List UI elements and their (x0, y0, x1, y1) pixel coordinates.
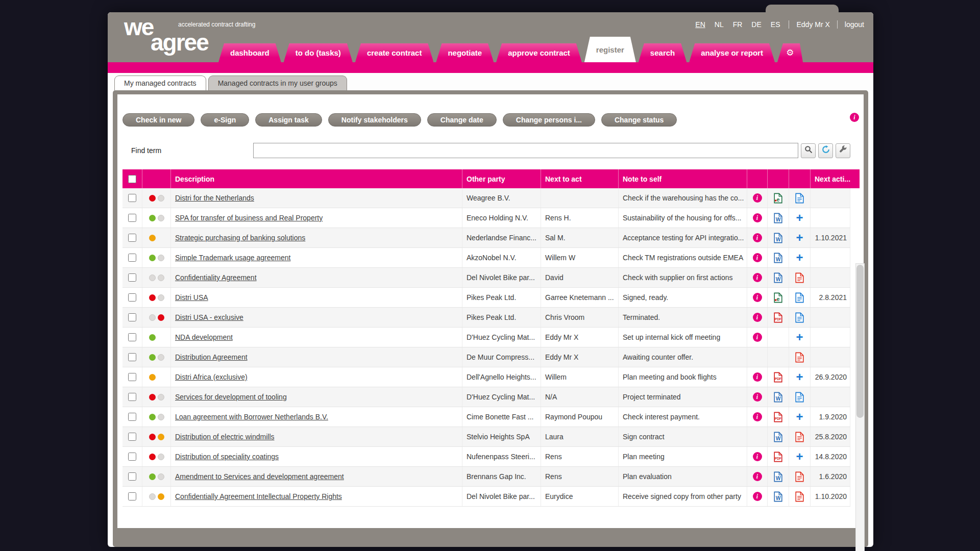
document-red-icon[interactable] (795, 272, 804, 283)
tab-analyse-or-report[interactable]: analyse or report (689, 43, 775, 62)
info-icon[interactable]: i (753, 372, 762, 382)
find-term-input[interactable] (253, 143, 798, 158)
document-red-icon[interactable] (795, 352, 804, 363)
add-document-icon[interactable]: + (796, 411, 803, 423)
document-blue-icon[interactable] (795, 292, 804, 303)
add-document-icon[interactable]: + (796, 232, 803, 244)
word-document-icon[interactable]: W (774, 471, 782, 482)
tab-settings-gear[interactable]: ⚙ (777, 43, 803, 62)
row-checkbox[interactable] (128, 472, 136, 481)
tab-dashboard[interactable]: dashboard (218, 43, 281, 62)
row-checkbox[interactable] (128, 214, 136, 222)
info-icon[interactable]: i (753, 492, 762, 501)
search-button[interactable] (801, 143, 816, 158)
word-document-icon[interactable]: W (774, 213, 782, 223)
tab-to-do-tasks[interactable]: to do (tasks) (284, 43, 353, 62)
add-document-icon[interactable]: + (796, 371, 803, 383)
row-checkbox[interactable] (128, 194, 136, 202)
select-all-checkbox[interactable] (128, 175, 136, 183)
word-document-icon[interactable]: W (774, 272, 782, 283)
document-blue-icon[interactable] (795, 193, 804, 204)
row-checkbox[interactable] (128, 353, 136, 361)
subtab-my-managed-contracts[interactable]: My managed contracts (114, 76, 206, 90)
contract-link[interactable]: Distri USA (175, 293, 208, 302)
next-to-act-column-header[interactable]: Next to act (541, 169, 619, 188)
settings-button[interactable] (836, 143, 850, 158)
language-link-es[interactable]: ES (766, 20, 785, 29)
assign-task-button[interactable]: Assign task (255, 113, 322, 127)
excel-document-icon[interactable]: e (774, 193, 782, 204)
info-icon[interactable]: i (753, 293, 762, 302)
row-checkbox[interactable] (128, 373, 136, 381)
contract-link[interactable]: Confidentiality Agreement (175, 273, 257, 282)
current-user[interactable]: Eddy Mr X (793, 20, 832, 29)
info-icon[interactable]: i (753, 233, 762, 242)
language-link-fr[interactable]: FR (728, 20, 747, 29)
contract-link[interactable]: SPA for transfer of business and Real Pr… (175, 214, 323, 222)
contract-link[interactable]: Distribution of speciality coatings (175, 453, 279, 461)
document-blue-icon[interactable] (795, 312, 804, 323)
pdf-document-icon[interactable]: PDF (774, 452, 782, 462)
add-document-icon[interactable]: + (796, 252, 803, 264)
info-icon[interactable]: i (753, 412, 762, 421)
contract-link[interactable]: NDA development (175, 333, 233, 341)
refresh-button[interactable] (818, 143, 833, 158)
document-red-icon[interactable] (795, 491, 804, 502)
info-icon[interactable]: i (753, 253, 762, 262)
info-icon[interactable]: i (753, 392, 762, 402)
add-document-icon[interactable]: + (796, 450, 803, 463)
info-icon[interactable]: i (753, 193, 762, 203)
row-checkbox[interactable] (128, 333, 136, 341)
tab-search[interactable]: search (639, 43, 687, 62)
add-document-icon[interactable]: + (796, 212, 803, 224)
contract-link[interactable]: Distri USA - exclusive (175, 313, 243, 321)
info-icon[interactable]: i (753, 333, 762, 342)
other-party-column-header[interactable]: Other party (462, 169, 541, 188)
word-document-icon[interactable]: W (774, 392, 782, 403)
contract-link[interactable]: Distribution Agreement (175, 353, 248, 361)
info-icon[interactable]: i (753, 213, 762, 222)
word-document-icon[interactable]: W (774, 233, 782, 243)
description-column-header[interactable]: Description (171, 169, 462, 188)
scrollbar-thumb[interactable] (856, 265, 864, 418)
contract-link[interactable]: Confidentially Agreement Intellectual Pr… (175, 492, 342, 500)
contract-link[interactable]: Amendment to Services and development ag… (175, 472, 344, 481)
notify-stakeholders-button[interactable]: Notify stakeholders (328, 113, 421, 127)
excel-document-icon[interactable]: e (774, 292, 782, 303)
word-document-icon[interactable]: W (774, 491, 782, 502)
word-document-icon[interactable]: W (774, 253, 782, 263)
contract-link[interactable]: Distri for the Netherlands (175, 194, 254, 202)
pdf-document-icon[interactable]: PDF (774, 372, 782, 383)
row-checkbox[interactable] (128, 393, 136, 401)
contract-link[interactable]: Services for development of tooling (175, 393, 287, 401)
row-checkbox[interactable] (128, 413, 136, 421)
contract-link[interactable]: Strategic purchasing of banking solution… (175, 234, 305, 242)
note-to-self-column-header[interactable]: Note to self (619, 169, 747, 188)
document-red-icon[interactable] (795, 432, 804, 442)
e-sign-button[interactable]: e-Sign (201, 113, 249, 127)
contract-link[interactable]: Loan agreement with Borrower Netherlands… (175, 413, 328, 421)
tab-register[interactable]: register (584, 37, 636, 62)
row-checkbox[interactable] (128, 293, 136, 302)
change-persons-i-button[interactable]: Change persons i... (503, 113, 595, 127)
add-document-icon[interactable]: + (796, 331, 803, 343)
language-link-en[interactable]: EN (691, 20, 709, 29)
contract-link[interactable]: Distri Africa (exclusive) (175, 373, 248, 381)
change-status-button[interactable]: Change status (601, 113, 677, 127)
row-checkbox[interactable] (128, 254, 136, 262)
word-document-icon[interactable]: W (774, 432, 782, 442)
row-checkbox[interactable] (128, 453, 136, 461)
change-date-button[interactable]: Change date (427, 113, 497, 127)
language-link-de[interactable]: DE (747, 20, 766, 29)
row-checkbox[interactable] (128, 273, 136, 282)
subtab-managed-contracts-in-my-user-groups[interactable]: Managed contracts in my user groups (208, 76, 347, 90)
tab-negotiate[interactable]: negotiate (436, 43, 494, 62)
pdf-document-icon[interactable]: PDF (774, 412, 782, 422)
row-checkbox[interactable] (128, 492, 136, 500)
tab-create-contract[interactable]: create contract (355, 43, 434, 62)
row-checkbox[interactable] (128, 234, 136, 242)
language-link-nl[interactable]: NL (710, 20, 728, 29)
info-icon[interactable]: i (753, 452, 762, 461)
info-icon[interactable]: i (850, 113, 859, 122)
pdf-document-icon[interactable]: PDF (774, 312, 782, 323)
